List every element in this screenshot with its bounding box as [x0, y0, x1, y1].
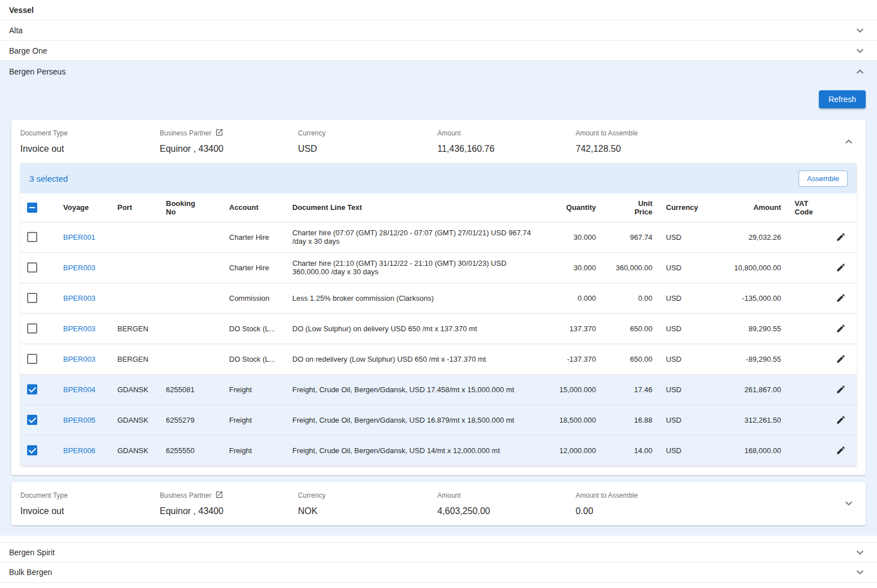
field-amount-to-assemble-value: 0.00	[576, 506, 837, 516]
external-link-icon[interactable]	[215, 128, 223, 138]
field-amount-label: Amount	[437, 491, 576, 500]
booking-no-cell: 6255081	[159, 374, 222, 405]
column-header-vat-code: VAT Code	[788, 194, 825, 222]
port-cell: BERGEN	[111, 344, 159, 374]
booking-no-cell: 6255550	[159, 435, 222, 466]
edit-icon[interactable]	[834, 443, 848, 458]
voyage-link[interactable]: BPER005	[63, 416, 95, 424]
table-row: BPER003 BERGEN DO Stock (L... DO on rede…	[20, 344, 857, 374]
column-header-voyage: Voyage	[56, 194, 111, 222]
document-line-text-cell: Freight, Crude Oil, Bergen/Gdansk, USD 1…	[286, 435, 546, 466]
accordion-bergen-spirit-label: Bergen Spirit	[9, 548, 55, 557]
field-currency-label: Currency	[298, 129, 437, 138]
chevron-down-icon	[853, 546, 867, 559]
external-link-icon[interactable]	[215, 490, 223, 501]
accordion-bergen-perseus[interactable]: Bergen Perseus	[0, 61, 877, 82]
column-header-port: Port	[111, 194, 159, 222]
checkbox-cell	[20, 252, 56, 283]
refresh-button[interactable]: Refresh	[819, 90, 866, 108]
voyage-link[interactable]: BPER003	[63, 324, 95, 333]
voyage-link[interactable]: BPER003	[63, 355, 95, 363]
chevron-down-icon	[853, 24, 867, 37]
accordion-bergen-spirit[interactable]: Bergen Spirit	[0, 542, 877, 563]
port-cell: BERGEN	[111, 313, 159, 344]
table-row: BPER003 Charter Hire Charter hire (21:10…	[20, 252, 857, 283]
amount-cell: 89,290.55	[704, 313, 788, 344]
column-header-document-line-text: Document Line Text	[286, 194, 546, 222]
document-line-text-cell: Freight, Crude Oil, Bergen/Gdansk, USD 1…	[286, 405, 546, 435]
table-row: BPER005 GDANSK 6255279 Freight Freight, …	[20, 405, 857, 435]
checkbox-cell	[20, 313, 56, 344]
field-document-type-label: Document Type	[20, 491, 160, 500]
row-checkbox[interactable]	[27, 262, 37, 273]
edit-icon[interactable]	[834, 230, 848, 244]
edit-icon[interactable]	[834, 321, 848, 336]
row-checkbox[interactable]	[27, 445, 37, 455]
row-checkbox[interactable]	[27, 293, 37, 303]
page-title-row: Vessel	[0, 0, 877, 20]
checkbox-cell	[20, 283, 56, 313]
collapse-card-button[interactable]	[841, 134, 857, 150]
port-cell	[111, 222, 159, 252]
row-checkbox[interactable]	[27, 323, 37, 334]
vat-code-cell	[788, 344, 825, 374]
field-document-type: Document Type Invoice out	[20, 129, 160, 154]
edit-icon[interactable]	[834, 291, 848, 305]
quantity-cell: 12,000.000	[546, 435, 603, 466]
select-all-checkbox[interactable]	[27, 203, 37, 213]
voyage-link[interactable]: BPER004	[63, 385, 95, 394]
edit-icon[interactable]	[834, 413, 848, 427]
document-line-text-cell: Freight, Crude Oil, Bergen/Gdansk, USD 1…	[286, 374, 546, 405]
row-checkbox[interactable]	[27, 415, 37, 425]
vat-code-cell	[788, 405, 825, 435]
account-cell: Freight	[222, 374, 286, 405]
accordion-bergen-perseus-label: Bergen Perseus	[9, 67, 65, 76]
document-line-text-cell: Less 1.25% broker commission (Clarksons)	[286, 283, 546, 313]
quantity-cell: 0.000	[546, 283, 603, 313]
document-line-text-cell: Charter hire (07:07 (GMT) 28/12/20 - 07:…	[286, 222, 546, 252]
assemble-button[interactable]: Assemble	[799, 170, 848, 187]
edit-icon[interactable]	[834, 382, 848, 397]
document-line-text-cell: DO on redelivery (Low Sulphur) USD 650 /…	[286, 344, 546, 374]
field-business-partner: Business Partner Equinor , 43400	[160, 491, 298, 516]
row-checkbox[interactable]	[27, 384, 37, 394]
unit-price-cell: 360,000.00	[603, 252, 659, 283]
checkbox-cell	[20, 374, 56, 405]
expand-card-button[interactable]	[841, 495, 857, 511]
voyage-link[interactable]: BPER003	[63, 264, 95, 272]
accordion-alta[interactable]: Alta	[0, 20, 877, 41]
quantity-cell: 30.000	[546, 222, 603, 252]
amount-cell: -89,290.55	[704, 344, 788, 374]
voyage-link[interactable]: BPER003	[63, 294, 95, 302]
column-header-booking-no: Booking No	[159, 194, 222, 222]
account-cell: Charter Hire	[222, 222, 286, 252]
port-cell: GDANSK	[111, 374, 159, 405]
accordion-bulk-bergen[interactable]: Bulk Bergen	[0, 563, 877, 583]
header-checkbox-cell	[20, 194, 56, 222]
edit-icon[interactable]	[834, 352, 848, 366]
booking-no-cell	[159, 283, 222, 313]
row-checkbox[interactable]	[27, 232, 37, 242]
quantity-cell: 18,500.000	[546, 405, 603, 435]
currency-cell: USD	[659, 405, 704, 435]
field-currency: Currency USD	[298, 129, 437, 154]
port-cell: GDANSK	[111, 405, 159, 435]
checkbox-cell	[20, 222, 56, 252]
vat-code-cell	[788, 252, 825, 283]
column-header-actions	[825, 194, 857, 222]
field-amount-to-assemble: Amount to Assemble 742,128.50	[576, 129, 837, 154]
unit-price-cell: 0.00	[603, 283, 659, 313]
accordion-barge-one[interactable]: Barge One	[0, 41, 877, 61]
table-row: BPER006 GDANSK 6255550 Freight Freight, …	[20, 435, 857, 466]
booking-no-cell	[159, 252, 222, 283]
edit-icon[interactable]	[834, 260, 848, 275]
table-header-row: Voyage Port Booking No Account Document …	[20, 194, 857, 222]
account-cell: Charter Hire	[222, 252, 286, 283]
voyage-link[interactable]: BPER006	[63, 446, 95, 455]
table-row: BPER003 BERGEN DO Stock (L... DO (Low Su…	[20, 313, 857, 344]
row-checkbox[interactable]	[27, 354, 37, 364]
chevron-down-icon	[853, 44, 867, 58]
vat-code-cell	[788, 222, 825, 252]
chevron-up-icon	[842, 135, 856, 148]
voyage-link[interactable]: BPER001	[63, 233, 95, 242]
